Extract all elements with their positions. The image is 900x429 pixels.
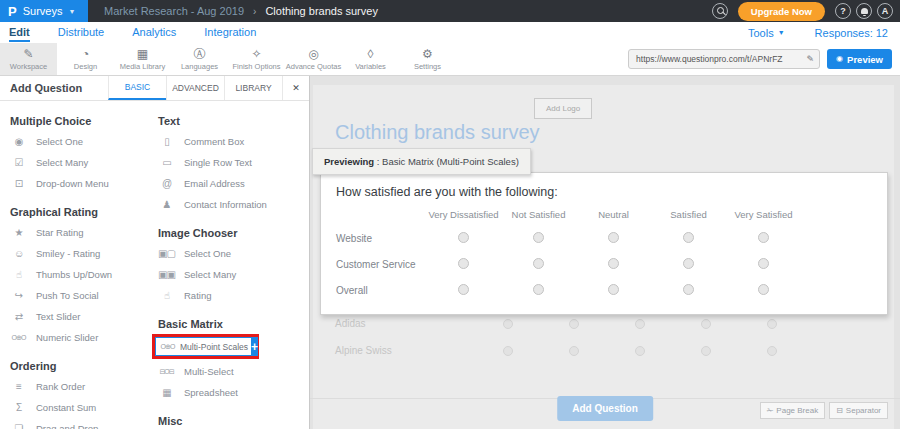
toolbar-item-workspace[interactable]: ✎Workspace bbox=[0, 43, 57, 75]
radio-button-website-very-satisfied[interactable] bbox=[758, 232, 769, 243]
advance-quotas-icon: ◎ bbox=[308, 48, 318, 61]
add-question-type-plus-button[interactable]: + bbox=[251, 337, 258, 356]
panel-tab-library[interactable]: LIBRARY bbox=[224, 76, 282, 100]
question-type-constant-sum[interactable]: ΣConstant Sum bbox=[10, 397, 146, 418]
add-question-panel: Add Question BASICADVANCEDLIBRARY ✕ Mult… bbox=[0, 76, 310, 429]
toolbar-item-advance-quotas[interactable]: ◎Advance Quotas bbox=[285, 43, 342, 75]
question-type-text-slider[interactable]: ⇄Text Slider bbox=[10, 306, 146, 327]
question-type-drag-and-drop[interactable]: ❏Drag and Drop bbox=[10, 418, 146, 429]
question-type-thumbs-up-down[interactable]: ☝Thumbs Up/Down bbox=[10, 264, 146, 285]
question-type-multi-point-scales-highlighted[interactable]: O⊕OMulti-Point Scales+ bbox=[152, 334, 259, 359]
panel-tab-advanced[interactable]: ADVANCED bbox=[166, 76, 224, 100]
question-type-label: Rank Order bbox=[36, 381, 85, 392]
nav-tab-edit[interactable]: Edit bbox=[9, 23, 30, 42]
question-type-label: Text Slider bbox=[36, 311, 80, 322]
matrix-question-text: How satisfied are you with the following… bbox=[321, 173, 887, 201]
question-type-select-many[interactable]: ☑Select Many bbox=[10, 152, 146, 173]
toolbar-item-variables[interactable]: ◊Variables bbox=[342, 43, 399, 75]
toolbar-right: ✎ ◉ Preview bbox=[628, 43, 900, 75]
radio-button-website-satisfied[interactable] bbox=[683, 232, 694, 243]
toolbar-item-label: Design bbox=[74, 62, 97, 71]
question-type-drop-down-menu[interactable]: ⊡Drop-down Menu bbox=[10, 173, 146, 194]
question-type-numeric-slider[interactable]: O⊕ONumeric Slider bbox=[10, 327, 146, 348]
nav-tab-analytics[interactable]: Analytics bbox=[132, 23, 176, 42]
multi-point-scales-icon: O⊕O bbox=[159, 343, 176, 351]
media-library-icon: ▦ bbox=[137, 48, 148, 61]
app-window: P Surveys ▼ Market Research - Aug 2019 ›… bbox=[0, 0, 900, 429]
breadcrumb-survey[interactable]: Clothing brands survey bbox=[265, 5, 378, 17]
matrix-row-label: Customer Service bbox=[336, 259, 426, 270]
responses-count[interactable]: Responses: 12 bbox=[815, 27, 888, 39]
radio-button-website-not-satisfied[interactable] bbox=[533, 232, 544, 243]
toolbar-item-finish-options[interactable]: ✧Finish Options bbox=[228, 43, 285, 75]
surveys-menu[interactable]: P Surveys ▼ bbox=[0, 0, 88, 22]
radio-button-overall-neutral[interactable] bbox=[608, 284, 619, 295]
radio-button-customer-service-very-dissatisfied[interactable] bbox=[458, 258, 469, 269]
tools-menu[interactable]: Tools▼ bbox=[748, 27, 785, 39]
survey-editor-canvas: Add Logo Clothing brands survey AdidasAl… bbox=[310, 76, 900, 429]
radio-button-overall-very-dissatisfied[interactable] bbox=[458, 284, 469, 295]
survey-title[interactable]: Clothing brands survey bbox=[335, 121, 540, 144]
radio-button-overall-very-satisfied[interactable] bbox=[758, 284, 769, 295]
breadcrumb-folder[interactable]: Market Research - Aug 2019 bbox=[104, 5, 244, 17]
background-row-label: Alpine Swiss bbox=[335, 345, 475, 356]
toolbar-item-languages[interactable]: ⒶLanguages bbox=[171, 43, 228, 75]
upgrade-now-button[interactable]: Upgrade Now bbox=[738, 2, 825, 21]
question-type-rank-order[interactable]: ≡Rank Order bbox=[10, 376, 146, 397]
radio-button-customer-service-not-satisfied[interactable] bbox=[533, 258, 544, 269]
eye-icon: ◉ bbox=[836, 55, 843, 63]
nav-tab-integration[interactable]: Integration bbox=[204, 23, 256, 42]
breadcrumb: Market Research - Aug 2019 › Clothing br… bbox=[104, 5, 378, 17]
notifications-button[interactable] bbox=[856, 3, 872, 19]
question-type-single-row-text[interactable]: ▭Single Row Text bbox=[158, 152, 308, 173]
radio-button-overall-not-satisfied[interactable] bbox=[533, 284, 544, 295]
disabled-radio-button bbox=[701, 346, 711, 356]
preview-button[interactable]: ◉ Preview bbox=[827, 49, 892, 69]
question-type-label: Smiley - Rating bbox=[36, 248, 100, 259]
radio-button-website-neutral[interactable] bbox=[608, 232, 619, 243]
question-type-select-many[interactable]: ▣▣Select Many bbox=[158, 264, 308, 285]
radio-button-customer-service-neutral[interactable] bbox=[608, 258, 619, 269]
radio-button-overall-satisfied[interactable] bbox=[683, 284, 694, 295]
question-type-push-to-social[interactable]: ↪Push To Social bbox=[10, 285, 146, 306]
nav-tab-distribute[interactable]: Distribute bbox=[58, 23, 104, 42]
matrix-row: Customer Service bbox=[336, 251, 887, 277]
question-type-rating[interactable]: ☝Rating bbox=[158, 285, 308, 306]
image-rating-icon: ☝ bbox=[158, 290, 175, 301]
question-type-multi-select[interactable]: ⊟O⊟Multi-Select bbox=[158, 361, 308, 382]
add-logo-button[interactable]: Add Logo bbox=[534, 98, 592, 119]
single-row-icon: ▭ bbox=[158, 157, 175, 168]
radio-button-website-very-dissatisfied[interactable] bbox=[458, 232, 469, 243]
radio-button-customer-service-very-satisfied[interactable] bbox=[758, 258, 769, 269]
separator-icon: ⊟ bbox=[836, 406, 843, 415]
tools-label: Tools bbox=[748, 27, 774, 39]
question-type-star-rating[interactable]: ★Star Rating bbox=[10, 222, 146, 243]
question-type-email-address[interactable]: @Email Address bbox=[158, 173, 308, 194]
toolbar-item-design[interactable]: ◔Design bbox=[57, 43, 114, 75]
matrix-header-row: Very DissatisfiedNot SatisfiedNeutralSat… bbox=[336, 203, 887, 225]
main-nav: EditDistributeAnalyticsIntegration Tools… bbox=[0, 22, 900, 44]
question-type-comment-box[interactable]: ▯Comment Box bbox=[158, 131, 308, 152]
search-button[interactable] bbox=[712, 3, 728, 19]
radio-button-customer-service-satisfied[interactable] bbox=[683, 258, 694, 269]
question-type-select-one[interactable]: ◉Select One bbox=[10, 131, 146, 152]
matrix-column-header: Very Dissatisfied bbox=[426, 209, 501, 220]
page-break-button[interactable]: ✁Page Break bbox=[760, 402, 826, 419]
edit-url-pencil-icon[interactable]: ✎ bbox=[807, 54, 815, 64]
question-type-spreadsheet[interactable]: ▦Spreadsheet bbox=[158, 382, 308, 403]
question-type-contact-information[interactable]: ♟Contact Information bbox=[158, 194, 308, 215]
help-button[interactable]: ? bbox=[835, 3, 851, 19]
toolbar-item-media-library[interactable]: ▦Media Library bbox=[114, 43, 171, 75]
separator-button[interactable]: ⊟Separator bbox=[829, 402, 888, 419]
close-panel-button[interactable]: ✕ bbox=[282, 76, 309, 100]
workspace-icon: ✎ bbox=[23, 48, 33, 61]
question-type-label: Comment Box bbox=[184, 136, 244, 147]
question-type-smiley-rating[interactable]: ☺Smiley - Rating bbox=[10, 243, 146, 264]
question-type-select-one[interactable]: ▣▢Select One bbox=[158, 243, 308, 264]
add-question-button[interactable]: Add Question bbox=[557, 396, 653, 421]
panel-tab-basic[interactable]: BASIC bbox=[108, 76, 166, 100]
survey-url-input[interactable] bbox=[634, 53, 802, 65]
page-break-icon: ✁ bbox=[767, 406, 774, 415]
toolbar-item-settings[interactable]: ⚙Settings bbox=[399, 43, 456, 75]
account-avatar[interactable]: A bbox=[877, 3, 893, 19]
